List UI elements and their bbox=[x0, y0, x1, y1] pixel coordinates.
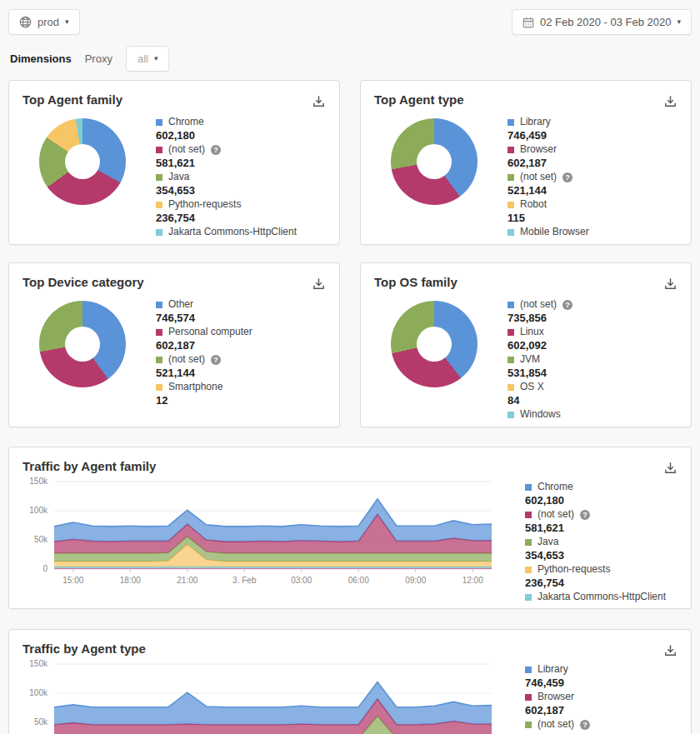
environment-selector[interactable]: prod ▾ bbox=[8, 9, 80, 35]
legend-value: 354,653 bbox=[525, 549, 686, 562]
donut-chart bbox=[39, 301, 126, 387]
svg-text:15:00: 15:00 bbox=[62, 576, 83, 585]
legend-label: (not set) bbox=[538, 718, 574, 731]
legend-swatch bbox=[508, 147, 514, 153]
donut-hole bbox=[417, 327, 452, 362]
area-chart: 150k100k50k015:0018:0021:003. Feb03:0006… bbox=[14, 475, 502, 588]
legend-value: 236,754 bbox=[525, 577, 686, 590]
legend-value: 602,187 bbox=[508, 157, 686, 170]
chart-legend: Library746,459Browser602,187(not set)?52… bbox=[502, 657, 691, 734]
legend-value: 531,854 bbox=[508, 367, 686, 380]
legend-label: Chrome bbox=[168, 116, 204, 128]
download-button[interactable] bbox=[662, 459, 679, 479]
legend-swatch bbox=[508, 329, 514, 336]
svg-text:0: 0 bbox=[42, 564, 48, 573]
legend-swatch bbox=[525, 594, 532, 601]
legend-item: Other bbox=[156, 298, 334, 311]
chevron-down-icon: ▾ bbox=[154, 55, 158, 62]
legend-item: Library bbox=[508, 116, 686, 128]
legend-value: 236,754 bbox=[156, 212, 334, 225]
date-range-label: 02 Feb 2020 - 03 Feb 2020 bbox=[540, 16, 672, 28]
download-icon bbox=[663, 94, 678, 108]
environment-label: prod bbox=[38, 16, 59, 28]
legend-label: Library bbox=[520, 116, 551, 128]
legend-swatch bbox=[525, 667, 532, 673]
legend-item: Windows bbox=[508, 408, 686, 421]
legend-label: Robot bbox=[520, 198, 547, 211]
download-icon bbox=[663, 461, 678, 475]
legend-swatch bbox=[156, 384, 162, 391]
download-button[interactable] bbox=[310, 275, 328, 295]
card-title: Traffic by Agent type bbox=[9, 630, 691, 656]
card-top-agent-type: Top Agent type Library746,459Browser602,… bbox=[360, 80, 692, 245]
help-icon[interactable]: ? bbox=[580, 510, 590, 520]
legend-swatch bbox=[508, 384, 514, 391]
proxy-select[interactable]: all ▾ bbox=[126, 46, 170, 72]
legend-swatch bbox=[525, 694, 532, 701]
legend-item: Browser bbox=[508, 143, 686, 156]
svg-text:100k: 100k bbox=[29, 688, 48, 697]
date-range-selector[interactable]: 02 Feb 2020 - 03 Feb 2020 ▾ bbox=[512, 9, 692, 35]
legend-label: Library bbox=[538, 663, 568, 676]
legend-swatch bbox=[508, 202, 514, 208]
download-button[interactable] bbox=[310, 92, 328, 112]
help-icon[interactable]: ? bbox=[562, 172, 572, 182]
legend-item: Linux bbox=[508, 326, 686, 338]
legend-label: (not set) bbox=[168, 353, 205, 366]
legend-item: Robot bbox=[508, 198, 686, 211]
card-title: Top Agent family bbox=[9, 81, 339, 107]
legend-swatch bbox=[525, 484, 532, 491]
download-button[interactable] bbox=[662, 275, 679, 295]
chevron-down-icon: ▾ bbox=[65, 18, 69, 26]
help-icon[interactable]: ? bbox=[580, 720, 590, 730]
svg-text:12:00: 12:00 bbox=[462, 576, 483, 585]
legend-value: 602,180 bbox=[525, 494, 686, 507]
svg-text:100k: 100k bbox=[29, 506, 48, 515]
legend-value: 354,653 bbox=[156, 184, 334, 197]
card-title: Top Device category bbox=[9, 263, 339, 289]
svg-text:50k: 50k bbox=[34, 535, 48, 544]
donut-chart bbox=[391, 118, 478, 205]
donut-cards-grid: Top Agent family Chrome602,180(not set)?… bbox=[0, 80, 700, 427]
help-icon[interactable]: ? bbox=[562, 300, 572, 310]
legend-swatch bbox=[525, 722, 532, 728]
help-icon[interactable]: ? bbox=[211, 145, 221, 155]
donut-hole bbox=[65, 327, 100, 362]
proxy-select-value: all bbox=[138, 52, 148, 65]
legend-value: 115 bbox=[508, 212, 686, 225]
legend-swatch bbox=[525, 567, 532, 573]
legend-label: Other bbox=[168, 298, 193, 311]
legend-item: (not set)? bbox=[156, 353, 334, 366]
legend-swatch bbox=[156, 229, 162, 236]
legend-label: Jakarta Commons-HttpClient bbox=[538, 591, 666, 603]
download-button[interactable] bbox=[662, 92, 679, 112]
legend-value: 581,621 bbox=[525, 522, 686, 535]
top-bar: prod ▾ 02 Feb 2020 - 03 Feb 2020 ▾ bbox=[0, 0, 700, 35]
download-icon bbox=[312, 277, 326, 291]
globe-icon bbox=[19, 16, 32, 28]
card-title: Top OS family bbox=[361, 263, 691, 289]
legend-item: Python-requests bbox=[156, 198, 334, 211]
legend-value: 521,144 bbox=[156, 367, 334, 380]
legend-item: (not set)? bbox=[156, 143, 334, 156]
chart-legend: Chrome602,180(not set)?581,621Java354,65… bbox=[502, 475, 691, 603]
legend-value: 602,187 bbox=[525, 704, 686, 717]
legend-label: Python-requests bbox=[538, 563, 610, 576]
legend-item: Personal computer bbox=[156, 326, 334, 338]
download-icon bbox=[663, 277, 678, 291]
svg-text:18:00: 18:00 bbox=[120, 576, 141, 585]
legend-swatch bbox=[508, 119, 514, 126]
legend-label: Windows bbox=[520, 408, 561, 421]
legend-value: 746,574 bbox=[156, 312, 334, 325]
legend-item: Browser bbox=[525, 691, 686, 703]
legend-swatch bbox=[508, 174, 514, 181]
card-top-os-family: Top OS family (not set)?735,856Linux602,… bbox=[360, 262, 692, 427]
legend-value: 521,144 bbox=[508, 184, 686, 197]
legend-value: 602,187 bbox=[156, 339, 334, 352]
legend-label: Linux bbox=[520, 326, 544, 338]
card-title: Top Agent type bbox=[361, 81, 691, 107]
chart-legend: Library746,459Browser602,187(not set)?52… bbox=[508, 115, 691, 238]
download-button[interactable] bbox=[662, 642, 679, 662]
help-icon[interactable]: ? bbox=[211, 355, 221, 365]
legend-item: Jakarta Commons-HttpClient bbox=[525, 591, 686, 603]
